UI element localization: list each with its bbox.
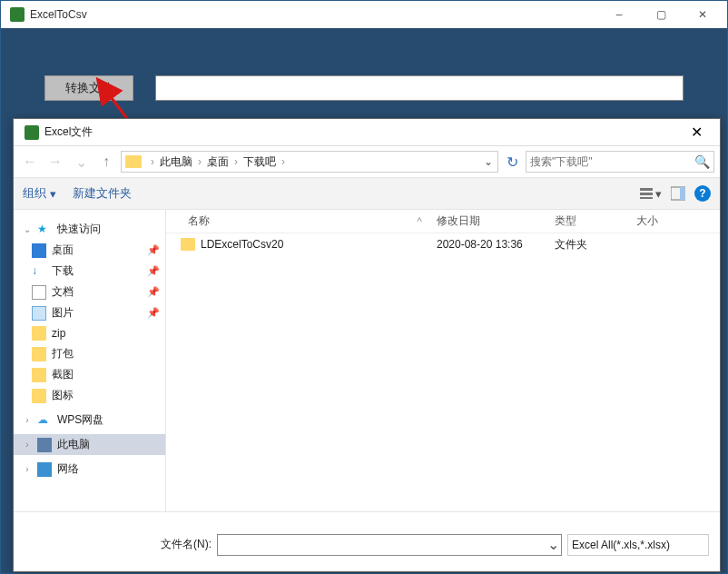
new-folder-button[interactable]: 新建文件夹	[73, 185, 132, 202]
nav-up-button[interactable]: ↑	[95, 151, 117, 173]
search-input[interactable]	[530, 155, 694, 168]
pin-icon: 📌	[147, 286, 160, 298]
nav-back-button[interactable]: ←	[19, 151, 41, 173]
sidebar-item-icon[interactable]: 图标	[14, 385, 165, 406]
organize-menu[interactable]: 组织▾	[23, 185, 56, 202]
svg-rect-1	[640, 188, 653, 191]
pin-icon: 📌	[147, 244, 160, 256]
file-dialog: Excel文件 ✕ ← → ⌄ ↑ › 此电脑 › 桌面 › 下载吧 › ⌄ ↻…	[13, 118, 721, 572]
folder-icon	[32, 326, 46, 341]
sidebar-item-network[interactable]: ›网络	[14, 459, 165, 480]
close-button[interactable]: ✕	[682, 1, 723, 28]
dialog-footer: 文件名(N): ⌄ Excel All(*.xls,*.xlsx)	[14, 511, 720, 571]
sidebar-item-documents[interactable]: 文档📌	[14, 282, 165, 302]
path-input[interactable]	[155, 75, 684, 101]
dialog-close-button[interactable]: ✕	[678, 120, 714, 145]
nav-forward-button[interactable]: →	[44, 151, 66, 173]
picture-icon	[32, 306, 46, 321]
sidebar-item-zip[interactable]: zip	[14, 323, 165, 343]
dialog-toolbar: 组织▾ 新建文件夹 ▾ ?	[14, 177, 720, 210]
desktop-icon	[32, 243, 46, 258]
help-button[interactable]: ?	[694, 185, 711, 202]
cloud-icon: ☁	[37, 413, 52, 428]
chevron-down-icon: ▾	[50, 187, 56, 201]
sidebar-item-screenshot[interactable]: 截图	[14, 364, 165, 385]
expand-icon: ›	[23, 415, 32, 425]
app-icon	[10, 7, 25, 22]
svg-rect-3	[640, 197, 653, 199]
expand-icon: ›	[23, 440, 32, 450]
filename-label: 文件名(N):	[161, 537, 212, 552]
app-title: ExcelToCsv	[30, 8, 598, 21]
star-icon: ★	[37, 223, 52, 237]
dialog-title: Excel文件	[44, 124, 678, 140]
table-row[interactable]: LDExcelToCsv20 2020-08-20 13:36 文件夹	[166, 233, 720, 255]
dialog-navbar: ← → ⌄ ↑ › 此电脑 › 桌面 › 下载吧 › ⌄ ↻ 🔍	[14, 146, 720, 177]
sidebar-item-thispc[interactable]: ›此电脑	[14, 434, 165, 455]
file-pane: 名称^ 修改日期 类型 大小 LDExcelToCsv20 2020-08-20…	[166, 210, 720, 511]
crumb-dropdown-icon[interactable]: ⌄	[479, 155, 497, 168]
sidebar-item-downloads[interactable]: 下载📌	[14, 261, 165, 282]
crumb-desktop[interactable]: 桌面	[207, 154, 229, 170]
preview-pane-button[interactable]	[671, 186, 685, 201]
view-details-button[interactable]: ▾	[639, 186, 662, 201]
col-size[interactable]: 大小	[629, 213, 702, 229]
convert-button[interactable]: 转换文件	[44, 75, 133, 101]
svg-rect-2	[640, 193, 653, 195]
folder-icon	[125, 155, 142, 168]
expand-icon: ›	[23, 464, 32, 474]
sidebar-item-pictures[interactable]: 图片📌	[14, 302, 165, 323]
filename-input[interactable]: ⌄	[217, 534, 562, 556]
search-icon[interactable]: 🔍	[694, 154, 710, 169]
sidebar-item-desktop[interactable]: 桌面📌	[14, 240, 165, 261]
chevron-down-icon: ▾	[655, 187, 662, 201]
minimize-button[interactable]: –	[598, 1, 640, 28]
pc-icon	[37, 438, 52, 452]
folder-icon	[32, 368, 46, 382]
col-name[interactable]: 名称^	[166, 213, 429, 229]
crumb-thispc[interactable]: 此电脑	[160, 154, 192, 170]
chevron-down-icon[interactable]: ⌄	[545, 536, 561, 553]
folder-icon	[32, 389, 46, 403]
dialog-titlebar: Excel文件 ✕	[14, 119, 720, 146]
pin-icon: 📌	[147, 265, 160, 277]
maximize-button[interactable]: ▢	[640, 1, 682, 28]
crumb-downloads[interactable]: 下载吧	[243, 154, 276, 170]
expand-icon: ⌄	[23, 224, 32, 234]
col-date[interactable]: 修改日期	[429, 213, 547, 229]
download-icon	[32, 264, 46, 279]
crumb-separator: ›	[194, 155, 205, 168]
breadcrumb[interactable]: › 此电脑 › 桌面 › 下载吧 › ⌄	[121, 151, 498, 173]
col-type[interactable]: 类型	[547, 213, 629, 229]
file-list: LDExcelToCsv20 2020-08-20 13:36 文件夹	[166, 233, 720, 511]
column-headers: 名称^ 修改日期 类型 大小	[166, 210, 720, 233]
dialog-app-icon	[25, 125, 39, 140]
sidebar: ⌄★快速访问 桌面📌 下载📌 文档📌 图片📌 zip 打包 截图 图标 ›☁WP…	[14, 210, 166, 511]
sidebar-item-wps[interactable]: ›☁WPS网盘	[14, 410, 165, 430]
crumb-separator: ›	[147, 155, 158, 168]
folder-icon	[181, 238, 195, 251]
filetype-select[interactable]: Excel All(*.xls,*.xlsx)	[567, 534, 709, 556]
pin-icon: 📌	[147, 307, 160, 319]
main-titlebar: ExcelToCsv – ▢ ✕	[1, 1, 727, 28]
network-icon	[37, 462, 52, 477]
crumb-separator: ›	[278, 155, 289, 168]
sidebar-item-quick-access[interactable]: ⌄★快速访问	[14, 219, 165, 240]
sidebar-item-pack[interactable]: 打包	[14, 343, 165, 364]
search-box[interactable]: 🔍	[526, 151, 714, 173]
folder-icon	[32, 347, 46, 361]
crumb-separator: ›	[231, 155, 241, 168]
sort-asc-icon: ^	[417, 215, 422, 228]
nav-history-button[interactable]: ⌄	[70, 151, 92, 173]
refresh-button[interactable]: ↻	[502, 152, 522, 172]
document-icon	[32, 285, 46, 300]
svg-rect-5	[680, 187, 685, 200]
